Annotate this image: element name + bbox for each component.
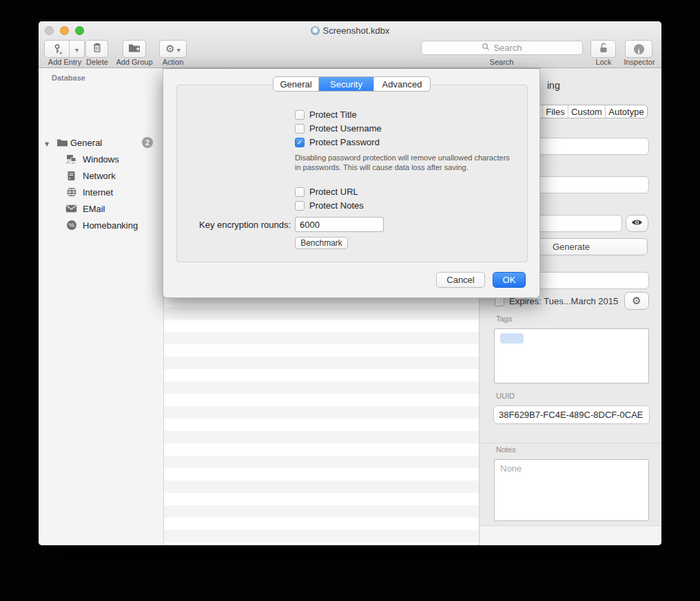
ok-button[interactable]: OK xyxy=(493,272,526,288)
cancel-button[interactable]: Cancel xyxy=(436,272,485,288)
svg-text:%: % xyxy=(68,221,74,229)
delete-button[interactable] xyxy=(85,40,108,58)
protect-title-checkbox[interactable] xyxy=(295,110,305,120)
tab-autotype[interactable]: Autotype xyxy=(605,105,647,118)
envelope-icon xyxy=(65,204,77,213)
protect-notes-checkbox[interactable] xyxy=(295,201,305,211)
inspector-label: Inspector xyxy=(618,58,661,66)
inspector-button[interactable] xyxy=(625,40,652,58)
protect-title-row[interactable]: Protect Title xyxy=(295,109,357,120)
globe-icon xyxy=(65,187,77,198)
disclosure-triangle-icon[interactable] xyxy=(45,138,49,148)
key-rounds-label: Key encryption rounds: xyxy=(163,220,291,230)
key-plus-icon[interactable] xyxy=(45,41,69,57)
sidebar-item-internet[interactable]: Internet xyxy=(39,184,164,200)
uuid-label: UUID xyxy=(496,392,515,400)
gear-icon xyxy=(632,295,641,307)
expires-checkbox[interactable] xyxy=(495,297,504,306)
action-label: Action xyxy=(152,58,194,66)
window-header: Screenshot.kdbx Add Entry xyxy=(39,21,661,68)
checkbox-label: Protect Username xyxy=(309,123,382,134)
protect-notes-row[interactable]: Protect Notes xyxy=(295,200,364,211)
tab-security[interactable]: Security xyxy=(318,77,373,91)
sidebar-item-label: Windows xyxy=(83,154,119,165)
sidebar-item-homebanking[interactable]: % Homebanking xyxy=(39,218,164,233)
sidebar-section-header: Database xyxy=(52,74,85,82)
search-icon xyxy=(482,43,490,53)
security-sheet-dialog: General Security Advanced Protect Title … xyxy=(163,68,540,298)
percent-icon: % xyxy=(65,220,77,231)
sidebar-item-label: General xyxy=(70,138,102,148)
sidebar-item-windows[interactable]: Windows xyxy=(39,151,164,167)
checkbox-label: Protect Notes xyxy=(309,200,364,211)
key-rounds-value: 6000 xyxy=(300,220,320,230)
protect-url-row[interactable]: Protect URL xyxy=(295,187,358,197)
tags-box[interactable] xyxy=(494,328,649,383)
checkbox-label: Protect Password xyxy=(309,137,380,147)
benchmark-button[interactable]: Benchmark xyxy=(295,237,348,249)
uuid-field[interactable]: 38F629B7-FC4E-489C-8DCF-0CAE xyxy=(493,405,650,424)
info-icon xyxy=(634,44,644,54)
divider xyxy=(480,443,661,443)
window-titlebar: Screenshot.kdbx xyxy=(39,25,661,37)
tab-advanced[interactable]: Advanced xyxy=(373,77,430,91)
protect-username-checkbox[interactable] xyxy=(295,124,305,134)
reveal-password-button[interactable] xyxy=(626,215,648,232)
checkbox-label: Protect Title xyxy=(309,109,357,120)
dialog-tabs: General Security Advanced xyxy=(273,76,431,92)
count-badge: 2 xyxy=(142,137,153,148)
entry-title-fragment: ing xyxy=(547,80,560,91)
sidebar-item-network[interactable]: Network xyxy=(39,168,164,183)
sidebar-item-label: Network xyxy=(83,171,116,181)
protect-url-checkbox[interactable] xyxy=(295,187,305,197)
trash-icon xyxy=(92,42,102,56)
uuid-value: 38F629B7-FC4E-489C-8DCF-0CAE xyxy=(494,406,649,423)
window-title: Screenshot.kdbx xyxy=(323,25,390,36)
eye-icon xyxy=(631,218,643,229)
add-entry-dropdown[interactable] xyxy=(69,41,84,57)
chevron-down-icon xyxy=(75,43,79,55)
document-icon xyxy=(311,26,320,35)
notes-label: Notes xyxy=(496,445,516,454)
lock-button[interactable] xyxy=(590,40,616,58)
add-entry-button[interactable] xyxy=(44,40,85,58)
protect-password-checkbox[interactable] xyxy=(295,138,305,147)
unlocked-padlock-icon xyxy=(598,42,609,56)
sidebar-item-label: EMail xyxy=(83,204,105,214)
add-group-label: Add Group xyxy=(113,58,156,66)
sidebar-item-general[interactable]: General 2 xyxy=(39,135,164,150)
inspector-footer xyxy=(480,526,661,545)
add-group-button[interactable] xyxy=(123,40,146,58)
protect-username-row[interactable]: Protect Username xyxy=(295,123,382,134)
chevron-down-icon xyxy=(177,43,181,55)
notes-textarea[interactable]: None xyxy=(494,459,649,521)
sidebar-item-email[interactable]: EMail xyxy=(39,201,164,216)
tab-files[interactable]: Files xyxy=(542,105,568,118)
sidebar-item-label: Internet xyxy=(83,187,113,198)
delete-label: Delete xyxy=(80,58,114,66)
tags-label: Tags xyxy=(496,315,512,323)
folder-plus-icon xyxy=(128,43,141,55)
sidebar: Database General 2 Windows xyxy=(39,68,164,545)
expires-settings-button[interactable] xyxy=(624,292,649,310)
tag-token[interactable] xyxy=(500,333,524,344)
tab-general[interactable]: General xyxy=(274,77,318,91)
tab-custom[interactable]: Custom xyxy=(568,105,605,118)
windows-network-icon xyxy=(65,154,77,165)
sidebar-item-label: Homebanking xyxy=(83,220,138,231)
checkbox-label: Protect URL xyxy=(309,187,358,197)
gear-icon xyxy=(165,43,174,55)
search-label: Search xyxy=(467,58,536,66)
search-placeholder: Search xyxy=(493,43,522,53)
action-button[interactable] xyxy=(159,40,187,58)
protect-password-row[interactable]: Protect Password xyxy=(295,137,380,147)
key-rounds-input[interactable]: 6000 xyxy=(295,217,384,232)
password-protection-warning: Disabling password protection will remov… xyxy=(295,154,512,172)
server-icon xyxy=(65,171,77,181)
search-input[interactable]: Search xyxy=(421,41,583,55)
folder-icon xyxy=(56,138,68,147)
desktop-background: Screenshot.kdbx Add Entry xyxy=(0,0,700,601)
notes-placeholder: None xyxy=(500,463,522,474)
